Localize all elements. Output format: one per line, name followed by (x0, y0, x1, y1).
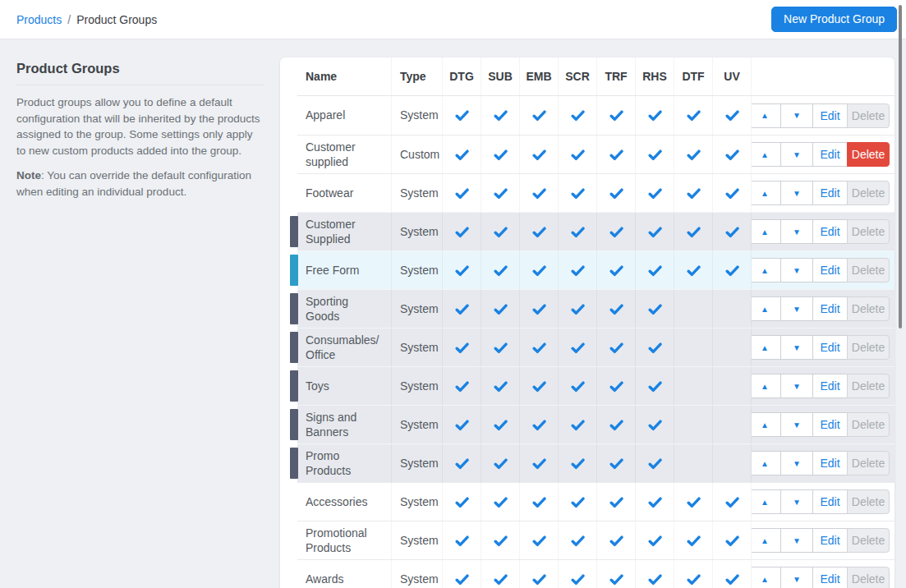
move-down-button[interactable]: ▼ (780, 296, 813, 321)
row-action-group: ▲▼EditDelete (752, 142, 890, 167)
move-up-button[interactable]: ▲ (752, 567, 781, 588)
move-down-button[interactable]: ▼ (780, 489, 813, 514)
cell-actions: ▲▼EditDelete (752, 483, 895, 521)
cell-type: System (392, 444, 443, 482)
check-icon (647, 301, 663, 317)
move-down-button[interactable]: ▼ (780, 142, 813, 167)
cell-rhs (636, 328, 674, 366)
move-down-button[interactable]: ▼ (780, 567, 813, 588)
move-up-button[interactable]: ▲ (752, 451, 781, 475)
delete-button[interactable]: Delete (847, 142, 890, 167)
cell-dtf (674, 136, 713, 173)
check-icon (609, 186, 624, 201)
delete-button: Delete (847, 489, 890, 514)
move-down-button[interactable]: ▼ (780, 335, 813, 360)
check-icon (454, 147, 470, 163)
edit-button[interactable]: Edit (812, 567, 848, 588)
move-up-button[interactable]: ▲ (752, 103, 781, 128)
cell-type: System (392, 251, 443, 289)
move-down-button[interactable]: ▼ (780, 374, 813, 398)
cell-name: Signs and Banners (297, 406, 392, 443)
cell-name: Promo Products (297, 444, 392, 482)
column-header-emb: EMB (520, 57, 559, 95)
check-icon (454, 224, 470, 240)
column-header-name: Name (297, 57, 392, 95)
cell-scr (559, 213, 597, 250)
table-row: Promo ProductsSystem▲▼EditDelete (297, 443, 895, 482)
move-down-button[interactable]: ▼ (780, 412, 813, 437)
sidebar-note-label: Note (16, 169, 41, 181)
new-product-group-button[interactable]: New Product Group (771, 7, 897, 32)
sidebar-description: Product groups allow you to define a def… (16, 94, 264, 158)
move-down-button[interactable]: ▼ (780, 451, 813, 475)
move-up-button[interactable]: ▲ (752, 374, 781, 398)
edit-button[interactable]: Edit (812, 335, 848, 360)
edit-button[interactable]: Edit (812, 374, 848, 398)
cell-rhs (636, 213, 674, 250)
row-action-group: ▲▼EditDelete (752, 219, 890, 244)
row-action-group: ▲▼EditDelete (752, 296, 890, 321)
move-down-button[interactable]: ▼ (780, 181, 813, 205)
edit-button[interactable]: Edit (812, 412, 848, 437)
cell-trf (597, 367, 636, 405)
row-action-group: ▲▼EditDelete (752, 567, 890, 588)
delete-button: Delete (847, 219, 890, 244)
check-icon (531, 494, 547, 510)
check-icon (570, 186, 586, 201)
cell-uv (713, 444, 752, 482)
cell-type: System (392, 213, 443, 250)
move-up-button[interactable]: ▲ (752, 528, 781, 553)
cell-sub (481, 367, 520, 405)
move-up-button[interactable]: ▲ (752, 296, 781, 321)
move-down-button[interactable]: ▼ (780, 258, 813, 283)
move-down-button[interactable]: ▼ (780, 219, 813, 244)
breadcrumb-link-products[interactable]: Products (16, 13, 62, 26)
vertical-scrollbar-thumb[interactable] (899, 5, 902, 328)
row-action-group: ▲▼EditDelete (752, 258, 890, 283)
row-action-group: ▲▼EditDelete (752, 489, 890, 514)
cell-scr (559, 174, 597, 212)
move-up-button[interactable]: ▲ (752, 219, 781, 244)
edit-button[interactable]: Edit (812, 103, 848, 128)
breadcrumb: Products / Product Groups (16, 13, 157, 26)
check-icon (570, 572, 586, 587)
cell-dtg (443, 96, 481, 135)
row-action-group: ▲▼EditDelete (752, 335, 890, 360)
move-up-button[interactable]: ▲ (752, 181, 781, 205)
cell-dtf (674, 174, 713, 212)
cell-dtf (674, 290, 713, 328)
edit-button[interactable]: Edit (812, 451, 848, 475)
move-up-button[interactable]: ▲ (752, 258, 781, 283)
edit-button[interactable]: Edit (812, 219, 848, 244)
check-icon (686, 186, 701, 201)
check-icon (570, 417, 586, 433)
move-up-button[interactable]: ▲ (752, 489, 781, 514)
cell-type: System (392, 521, 443, 559)
cell-emb (520, 483, 559, 521)
cell-trf (597, 290, 636, 328)
product-groups-table-card: NameTypeDTGSUBEMBSCRTRFRHSDTFUV ApparelS… (280, 57, 895, 588)
move-up-button[interactable]: ▲ (752, 142, 781, 167)
check-icon (647, 224, 663, 240)
check-icon (531, 379, 547, 394)
check-icon (686, 533, 701, 549)
table-body: ApparelSystem▲▼EditDeleteCustomer suppli… (297, 96, 895, 588)
check-icon (493, 533, 508, 549)
table-row: Free FormSystem▲▼EditDelete (297, 250, 895, 289)
move-up-button[interactable]: ▲ (752, 412, 781, 437)
edit-button[interactable]: Edit (812, 258, 848, 283)
edit-button[interactable]: Edit (812, 142, 848, 167)
cell-actions: ▲▼EditDelete (752, 251, 895, 289)
check-icon (454, 533, 470, 549)
edit-button[interactable]: Edit (812, 528, 848, 553)
cell-rhs (636, 367, 674, 405)
move-up-button[interactable]: ▲ (752, 335, 781, 360)
cell-actions: ▲▼EditDelete (752, 96, 895, 135)
edit-button[interactable]: Edit (812, 489, 848, 514)
edit-button[interactable]: Edit (812, 181, 848, 205)
move-down-button[interactable]: ▼ (780, 528, 813, 553)
move-down-button[interactable]: ▼ (780, 103, 813, 128)
cell-rhs (636, 290, 674, 328)
edit-button[interactable]: Edit (812, 296, 848, 321)
cell-uv (713, 560, 752, 588)
